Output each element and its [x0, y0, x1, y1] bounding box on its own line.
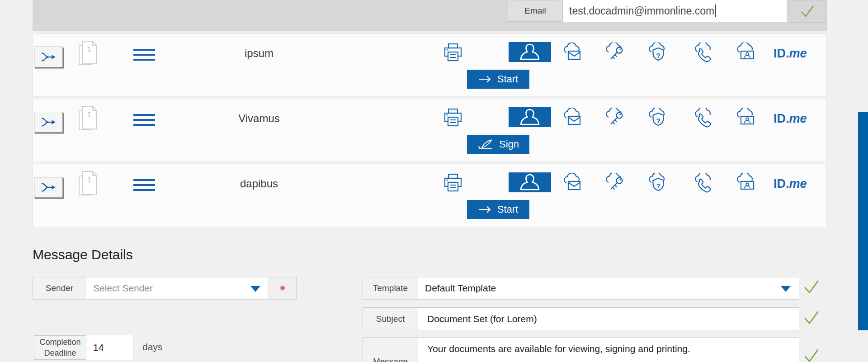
recipient-person-icon[interactable] [509, 107, 551, 127]
cloud-key-icon[interactable] [605, 43, 626, 63]
message-label: Message [363, 337, 418, 362]
scrollbar-thumb[interactable] [858, 112, 868, 330]
chevron-down-icon [781, 286, 791, 292]
cloud-id-card-icon[interactable] [736, 108, 757, 129]
recipient-name: Vivamus [199, 112, 319, 125]
arrow-right-icon [478, 76, 492, 83]
merge-recipient-button[interactable] [34, 177, 63, 198]
person-icon [509, 42, 551, 62]
row-action-label: Sign [499, 138, 519, 150]
cloud-id-card-icon[interactable] [736, 173, 757, 194]
idme-logo[interactable]: ID.me [774, 47, 807, 61]
idme-logo[interactable]: ID.me [774, 177, 807, 191]
printer-icon[interactable] [443, 43, 463, 63]
row-action-button[interactable]: Start [467, 200, 529, 219]
cloud-mail-icon[interactable] [562, 43, 583, 63]
document-count-badge: 1 [85, 176, 93, 184]
printer-icon[interactable] [443, 173, 463, 194]
message-textarea[interactable]: Your documents are available for viewing… [418, 337, 799, 362]
text-caret [715, 5, 716, 17]
email-valid-check-box [789, 0, 826, 23]
merge-arrow-icon [41, 51, 56, 63]
recipient-row: 1 ipsum ? ID.me Start [33, 33, 826, 97]
cloud-mail-icon[interactable] [562, 173, 583, 194]
email-label: Email [508, 0, 563, 22]
document-count-badge: 1 [85, 111, 93, 119]
recipient-person-icon[interactable] [509, 172, 551, 192]
email-panel: Email test.docadmin@immonline.com [33, 0, 827, 31]
row-action-label: Start [497, 73, 518, 85]
shield-question-glyph: ? [648, 52, 669, 59]
merge-arrow-icon [41, 181, 56, 194]
cloud-mail-icon[interactable] [562, 108, 583, 129]
cloud-key-icon[interactable] [605, 173, 626, 194]
reorder-icon[interactable] [133, 114, 155, 129]
row-action-button[interactable]: Sign [467, 135, 529, 154]
sender-placeholder: Select Sender [93, 283, 153, 294]
person-icon [509, 107, 551, 127]
section-title: Message Details [33, 247, 133, 262]
template-select[interactable]: Default Template [418, 277, 799, 300]
reorder-icon[interactable] [133, 179, 155, 194]
template-label: Template [363, 277, 418, 300]
completion-deadline-label: Completion Deadline [34, 335, 86, 360]
deadline-unit-label: days [142, 342, 162, 352]
recipient-person-icon[interactable] [509, 42, 551, 62]
cloud-phone-icon[interactable] [693, 173, 714, 194]
shield-question-glyph: ? [648, 117, 669, 124]
merge-arrow-icon [41, 116, 56, 129]
template-value: Default Template [425, 283, 496, 294]
shield-question-glyph: ? [648, 182, 669, 190]
sender-label: Sender [33, 277, 86, 300]
message-value: Your documents are available for viewing… [427, 343, 690, 354]
arrow-right-icon [478, 206, 492, 213]
signature-pen-icon [477, 139, 494, 149]
recipient-name: dapibus [199, 177, 319, 190]
sender-select[interactable]: Select Sender [86, 277, 269, 300]
subject-input[interactable]: Document Set (for Lorem) [418, 307, 799, 330]
email-value: test.docadmin@immonline.com [569, 5, 714, 17]
template-valid-check-icon [804, 280, 819, 294]
message-valid-check-icon [804, 348, 819, 362]
document-count-badge: 1 [85, 46, 93, 54]
cloud-phone-icon[interactable] [693, 43, 714, 63]
recipient-row: 1 dapibus ? ID.me Start [33, 164, 826, 227]
cloud-key-icon[interactable] [605, 108, 626, 129]
email-input[interactable]: test.docadmin@immonline.com [563, 0, 787, 22]
cloud-phone-icon[interactable] [693, 108, 714, 129]
merge-recipient-button[interactable] [34, 47, 63, 67]
recipient-row: 1 Vivamus ? ID.me Sign [33, 99, 826, 162]
subject-label: Subject [363, 307, 418, 330]
merge-recipient-button[interactable] [34, 112, 63, 133]
printer-icon[interactable] [443, 108, 463, 129]
check-icon [801, 5, 814, 18]
row-action-label: Start [497, 204, 518, 215]
idme-logo[interactable]: ID.me [774, 112, 807, 126]
reorder-icon[interactable] [133, 49, 155, 64]
person-icon [509, 172, 551, 192]
cloud-id-card-icon[interactable] [736, 43, 757, 63]
subject-valid-check-icon [804, 310, 819, 325]
recipient-name: ipsum [199, 47, 319, 60]
row-action-button[interactable]: Start [467, 70, 529, 89]
completion-deadline-value: 14 [93, 342, 104, 353]
subject-value: Document Set (for Lorem) [427, 314, 537, 324]
required-marker: ✱ [269, 277, 297, 300]
completion-deadline-input[interactable]: 14 [86, 335, 133, 360]
chevron-down-icon [250, 286, 260, 292]
